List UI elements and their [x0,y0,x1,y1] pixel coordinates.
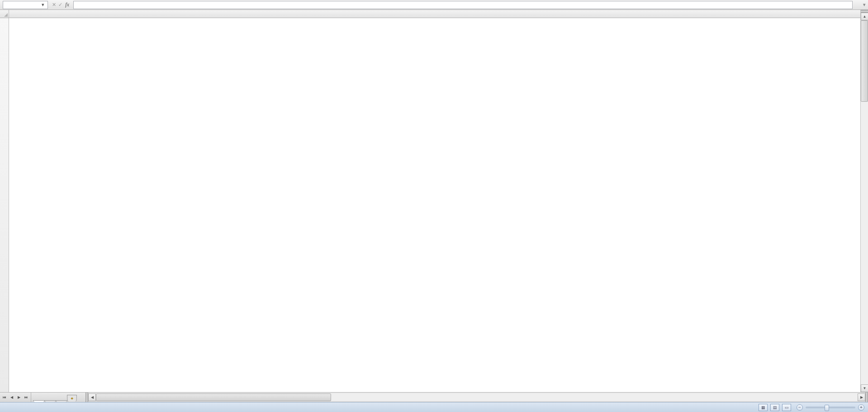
spreadsheet-app: ▾ ✕ ✓ fx ▾ ▲ ▼ [0,0,868,412]
view-page-layout-icon[interactable]: ▤ [770,404,779,411]
zoom-in-icon[interactable]: + [858,404,864,411]
formula-bar-buttons: ✕ ✓ fx [48,1,73,8]
main-grid [9,10,860,392]
sheet-tab-3[interactable] [56,400,67,402]
scroll-down-icon[interactable]: ▼ [861,384,868,392]
row-header-column [0,10,9,392]
sheet-prev-icon[interactable]: ◀ [8,394,15,401]
h-scroll-track[interactable] [96,393,858,401]
sheet-first-icon[interactable]: ⏮ [1,394,8,401]
grid-area: ▲ ▼ [0,10,868,392]
zoom-slider[interactable] [806,407,855,408]
column-header-row [9,10,860,18]
fx-icon[interactable]: fx [64,1,71,8]
sheet-nav: ⏮ ◀ ▶ ⏭ [0,393,31,402]
cancel-icon: ✕ [51,2,57,8]
horizontal-scrollbar[interactable]: ◀ ▶ [88,393,865,401]
sheet-tab-1[interactable] [33,400,45,402]
select-all-corner[interactable] [0,10,9,18]
vertical-scrollbar[interactable]: ▲ ▼ [860,10,868,392]
horizontal-scroll-container: ◀ ▶ [85,393,868,402]
sheet-next-icon[interactable]: ▶ [15,394,23,401]
formula-bar: ▾ ✕ ✓ fx ▾ [0,0,868,10]
view-page-break-icon[interactable]: ▭ [782,404,791,411]
name-box[interactable]: ▾ [3,1,48,9]
scroll-left-icon[interactable]: ◀ [88,393,96,401]
status-bar: ▦ ▤ ▭ − + [0,402,868,412]
sheet-last-icon[interactable]: ⏭ [23,394,30,401]
view-normal-icon[interactable]: ▦ [759,404,768,411]
scroll-right-icon[interactable]: ▶ [858,393,865,401]
horizontal-split-handle-right[interactable] [865,393,868,402]
enter-icon: ✓ [57,2,64,8]
zoom-out-icon[interactable]: − [797,404,803,411]
name-box-dropdown-icon[interactable]: ▾ [40,2,46,8]
formula-input[interactable] [73,1,853,9]
v-scroll-track[interactable] [861,20,868,384]
sheet-tabs: ✦ [31,393,76,402]
h-scroll-thumb[interactable] [96,393,331,401]
formula-bar-expand-icon[interactable]: ▾ [861,2,868,8]
sheet-tab-2[interactable] [44,400,56,402]
status-right: ▦ ▤ ▭ − + [759,404,864,411]
new-sheet-icon[interactable]: ✦ [67,395,77,402]
v-scroll-thumb[interactable] [861,20,868,102]
scroll-up-icon[interactable]: ▲ [861,13,868,20]
sheet-tab-bar: ⏮ ◀ ▶ ⏭ ✦ ◀ ▶ [0,392,868,402]
